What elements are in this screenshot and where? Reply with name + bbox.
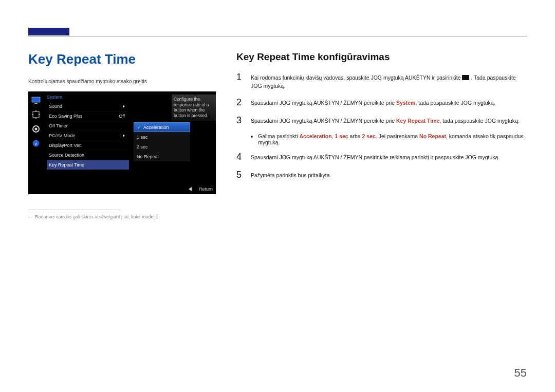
osd-menu-label: Sound — [49, 104, 62, 109]
step-number: 4 — [236, 152, 245, 162]
osd-menu-label: PC/AV Mode — [49, 133, 75, 138]
step-3: 3 Spausdami JOG mygtuką AUKŠTYN / ŽEMYN … — [236, 115, 527, 126]
osd-submenu-norepeat[interactable]: No Repeat — [134, 152, 190, 161]
left-column: Key Repeat Time Kontroliuojamas spaudžia… — [28, 51, 216, 219]
osd-menu-sourcedetection[interactable]: Source Detection — [47, 151, 129, 160]
info-icon: i — [31, 139, 41, 148]
step-number: 3 — [236, 115, 245, 126]
osd-menu-label: Eco Saving Plus — [49, 114, 83, 119]
step-text: Spausdami JOG mygtuką AUKŠTYN / ŽEMYN pa… — [251, 152, 499, 161]
footnote-rule — [28, 210, 121, 210]
osd-submenu-label: 2 sec — [137, 144, 148, 150]
dash-icon: ― — [28, 214, 33, 219]
osd-menu-displayport[interactable]: DisplayPort Ver. — [47, 141, 129, 151]
osd-submenu-1sec[interactable]: 1 sec — [134, 132, 190, 142]
page-number: 55 — [514, 366, 527, 380]
step-text: Spausdami JOG mygtuką AUKŠTYN / ŽEMYN pe… — [251, 97, 495, 107]
svg-rect-6 — [39, 114, 40, 115]
page-columns: Key Repeat Time Kontroliuojamas spaudžia… — [28, 51, 527, 219]
highlight-norepeat: No Repeat — [419, 133, 446, 139]
osd-submenu: ✓Acceleration 1 sec 2 sec No Repeat — [134, 122, 190, 161]
bullet-icon — [251, 136, 253, 138]
osd-menu-label: DisplayPort Ver. — [49, 143, 82, 148]
step-1: 1 Kai rodomas funkcinių klavišų vadovas,… — [236, 72, 527, 90]
bullet-options: Galima pasirinkti Acceleration, 1 sec ar… — [251, 133, 527, 145]
step-number: 5 — [236, 170, 245, 180]
osd-menu-value: Off — [119, 114, 125, 119]
chevron-right-icon — [123, 134, 125, 137]
osd-menu-label: Off Timer — [49, 123, 68, 128]
svg-rect-13 — [463, 77, 468, 78]
osd-menu-label: Source Detection — [49, 153, 84, 158]
osd-submenu-label: Acceleration — [143, 125, 169, 130]
section-title: Key Repeat Time konfigūravimas — [236, 51, 527, 63]
step-number: 1 — [236, 72, 245, 83]
svg-rect-5 — [32, 114, 33, 115]
chevron-right-icon — [123, 105, 125, 108]
bullet-text: Galima pasirinkti Acceleration, 1 sec ar… — [258, 133, 527, 145]
svg-rect-4 — [35, 117, 36, 119]
step-4: 4 Spausdami JOG mygtuką AUKŠTYN / ŽEMYN … — [236, 152, 527, 162]
highlight-keyrepeattime: Key Repeat Time — [396, 118, 439, 124]
display-icon — [31, 110, 41, 119]
osd-menu-pcavmode[interactable]: PC/AV Mode — [47, 131, 129, 141]
highlight-1sec: 1 sec — [335, 133, 348, 139]
gear-icon — [31, 124, 41, 134]
step-text: Kai rodomas funkcinių klavišų vadovas, s… — [251, 72, 527, 90]
osd-menu-sound[interactable]: Sound — [47, 102, 129, 111]
footnote-text: Rodomas vaizdas gali skirtis atsižvelgia… — [35, 214, 159, 219]
monitor-icon — [31, 96, 41, 105]
osd-tooltip: Configure the response rate of a button … — [172, 95, 216, 121]
svg-rect-14 — [463, 78, 468, 79]
svg-point-8 — [35, 128, 38, 130]
step-text: Spausdami JOG mygtuką AUKŠTYN / ŽEMYN pe… — [251, 115, 520, 125]
osd-menu-ecosaving[interactable]: Eco Saving PlusOff — [47, 111, 129, 121]
step-2: 2 Spausdami JOG mygtuką AUKŠTYN / ŽEMYN … — [236, 97, 527, 108]
right-column: Key Repeat Time konfigūravimas 1 Kai rod… — [236, 51, 527, 219]
osd-return-label[interactable]: Return — [199, 186, 213, 192]
highlight-system: System — [396, 100, 415, 106]
osd-return-bar: Return — [189, 186, 213, 192]
osd-screenshot: i System Sound Eco Saving PlusOff Off Ti… — [28, 91, 216, 194]
svg-rect-1 — [34, 103, 38, 104]
svg-rect-3 — [35, 110, 36, 112]
osd-submenu-acceleration[interactable]: ✓Acceleration — [134, 122, 190, 132]
svg-rect-12 — [463, 76, 468, 77]
osd-menu-label: Key Repeat Time — [49, 162, 84, 167]
step-text: Pažymėta parinktis bus pritaikyta. — [251, 170, 331, 179]
step-number: 2 — [236, 97, 245, 108]
chapter-marker — [28, 28, 69, 35]
menu-icon — [462, 74, 469, 82]
svg-rect-0 — [32, 97, 40, 102]
header-rule — [28, 36, 527, 36]
osd-submenu-label: No Repeat — [137, 154, 159, 159]
osd-submenu-2sec[interactable]: 2 sec — [134, 142, 190, 152]
footnote: ―Rodomas vaizdas gali skirtis atsižvelgi… — [28, 214, 216, 219]
osd-menu-keyrepeattime[interactable]: Key Repeat Time — [47, 160, 129, 170]
triangle-left-icon — [189, 187, 192, 191]
page-title: Key Repeat Time — [28, 51, 216, 67]
step-5: 5 Pažymėta parinktis bus pritaikyta. — [236, 170, 527, 180]
highlight-2sec: 2 sec — [362, 133, 376, 139]
svg-rect-2 — [33, 111, 39, 118]
highlight-acceleration: Acceleration — [300, 133, 332, 139]
osd-nav-icons: i — [28, 91, 44, 194]
checkmark-icon: ✓ — [137, 125, 141, 130]
osd-submenu-label: 1 sec — [137, 135, 148, 140]
page-description: Kontroliuojamas spaudžiamo mygtuko atsak… — [28, 79, 216, 84]
osd-menu-offtimer[interactable]: Off Timer — [47, 121, 129, 131]
